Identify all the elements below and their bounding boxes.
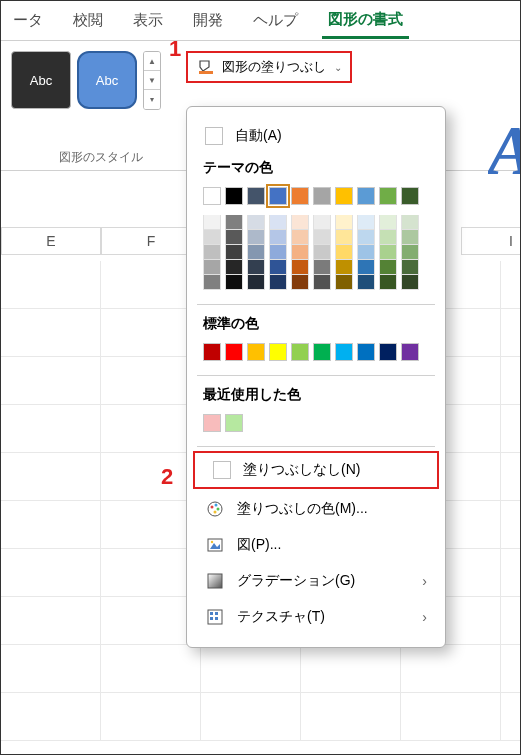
gallery-more-button[interactable]: ▾	[144, 90, 160, 109]
theme-color-swatch[interactable]	[379, 187, 397, 205]
recent-color-swatch[interactable]	[225, 414, 243, 432]
texture-fill-item[interactable]: テクスチャ(T) ›	[187, 599, 445, 635]
picture-fill-item[interactable]: 図(P)...	[187, 527, 445, 563]
fill-auto-item[interactable]: 自動(A)	[187, 119, 445, 153]
theme-shade-swatch[interactable]	[313, 215, 331, 230]
cell[interactable]	[1, 453, 101, 501]
theme-shade-swatch[interactable]	[225, 230, 243, 245]
theme-shade-swatch[interactable]	[401, 230, 419, 245]
shape-fill-button[interactable]: 図形の塗りつぶし ⌄	[186, 51, 352, 83]
tab-view[interactable]: 表示	[127, 3, 169, 38]
cell[interactable]	[501, 549, 521, 597]
theme-shade-swatch[interactable]	[357, 275, 375, 290]
theme-color-swatch[interactable]	[401, 187, 419, 205]
theme-shade-swatch[interactable]	[269, 245, 287, 260]
theme-shade-swatch[interactable]	[313, 260, 331, 275]
cell[interactable]	[501, 309, 521, 357]
standard-color-swatch[interactable]	[379, 343, 397, 361]
theme-shade-swatch[interactable]	[335, 215, 353, 230]
cell[interactable]	[101, 693, 201, 741]
theme-color-swatch[interactable]	[357, 187, 375, 205]
theme-color-swatch[interactable]	[203, 187, 221, 205]
theme-shade-swatch[interactable]	[225, 215, 243, 230]
theme-shade-swatch[interactable]	[313, 230, 331, 245]
theme-shade-swatch[interactable]	[357, 260, 375, 275]
theme-shade-swatch[interactable]	[379, 260, 397, 275]
theme-shade-swatch[interactable]	[269, 260, 287, 275]
theme-shade-swatch[interactable]	[291, 275, 309, 290]
cell[interactable]	[501, 693, 521, 741]
tab-help[interactable]: ヘルプ	[247, 3, 304, 38]
cell[interactable]	[1, 501, 101, 549]
standard-color-swatch[interactable]	[269, 343, 287, 361]
theme-shade-swatch[interactable]	[247, 215, 265, 230]
standard-color-swatch[interactable]	[247, 343, 265, 361]
theme-shade-swatch[interactable]	[335, 275, 353, 290]
theme-shade-swatch[interactable]	[401, 260, 419, 275]
cell[interactable]	[501, 405, 521, 453]
cell[interactable]	[1, 597, 101, 645]
standard-color-swatch[interactable]	[313, 343, 331, 361]
theme-shade-swatch[interactable]	[313, 275, 331, 290]
cell[interactable]	[501, 645, 521, 693]
cell[interactable]	[1, 405, 101, 453]
theme-shade-swatch[interactable]	[291, 215, 309, 230]
theme-shade-swatch[interactable]	[357, 230, 375, 245]
cell[interactable]	[301, 645, 401, 693]
standard-color-swatch[interactable]	[203, 343, 221, 361]
theme-shade-swatch[interactable]	[269, 230, 287, 245]
cell[interactable]	[1, 549, 101, 597]
theme-shade-swatch[interactable]	[379, 275, 397, 290]
cell[interactable]	[501, 501, 521, 549]
gallery-down-button[interactable]: ▼	[144, 71, 160, 90]
theme-shade-swatch[interactable]	[225, 245, 243, 260]
theme-shade-swatch[interactable]	[357, 245, 375, 260]
theme-shade-swatch[interactable]	[203, 215, 221, 230]
theme-shade-swatch[interactable]	[379, 230, 397, 245]
theme-shade-swatch[interactable]	[225, 275, 243, 290]
theme-color-swatch[interactable]	[313, 187, 331, 205]
tab-developer[interactable]: 開発	[187, 3, 229, 38]
tab-review[interactable]: 校閲	[67, 3, 109, 38]
theme-color-swatch[interactable]	[335, 187, 353, 205]
cell[interactable]	[401, 645, 501, 693]
shape-style-preview-dark[interactable]: Abc	[11, 51, 71, 109]
theme-shade-swatch[interactable]	[247, 230, 265, 245]
theme-shade-swatch[interactable]	[203, 275, 221, 290]
standard-color-swatch[interactable]	[401, 343, 419, 361]
cell[interactable]	[1, 309, 101, 357]
theme-shade-swatch[interactable]	[335, 245, 353, 260]
theme-color-swatch[interactable]	[247, 187, 265, 205]
more-fill-colors-item[interactable]: 塗りつぶしの色(M)...	[187, 491, 445, 527]
theme-shade-swatch[interactable]	[203, 230, 221, 245]
theme-color-swatch[interactable]	[225, 187, 243, 205]
tab-data[interactable]: ータ	[7, 3, 49, 38]
cell[interactable]	[201, 645, 301, 693]
theme-shade-swatch[interactable]	[269, 275, 287, 290]
cell[interactable]	[501, 261, 521, 309]
theme-shade-swatch[interactable]	[401, 215, 419, 230]
theme-shade-swatch[interactable]	[313, 245, 331, 260]
column-header-e[interactable]: E	[1, 227, 101, 255]
theme-color-swatch[interactable]	[291, 187, 309, 205]
cell[interactable]	[201, 693, 301, 741]
shape-style-preview-blue[interactable]: Abc	[77, 51, 137, 109]
theme-shade-swatch[interactable]	[291, 245, 309, 260]
gradient-fill-item[interactable]: グラデーション(G) ›	[187, 563, 445, 599]
cell[interactable]	[1, 645, 101, 693]
cell[interactable]	[101, 645, 201, 693]
cell[interactable]	[1, 693, 101, 741]
gallery-up-button[interactable]: ▲	[144, 52, 160, 71]
standard-color-swatch[interactable]	[225, 343, 243, 361]
standard-color-swatch[interactable]	[291, 343, 309, 361]
theme-shade-swatch[interactable]	[203, 245, 221, 260]
cell[interactable]	[501, 453, 521, 501]
standard-color-swatch[interactable]	[357, 343, 375, 361]
theme-shade-swatch[interactable]	[291, 260, 309, 275]
theme-shade-swatch[interactable]	[247, 260, 265, 275]
tab-shape-format[interactable]: 図形の書式	[322, 2, 409, 39]
cell[interactable]	[401, 693, 501, 741]
theme-shade-swatch[interactable]	[357, 215, 375, 230]
theme-shade-swatch[interactable]	[203, 260, 221, 275]
column-header-i[interactable]: I	[461, 227, 521, 255]
